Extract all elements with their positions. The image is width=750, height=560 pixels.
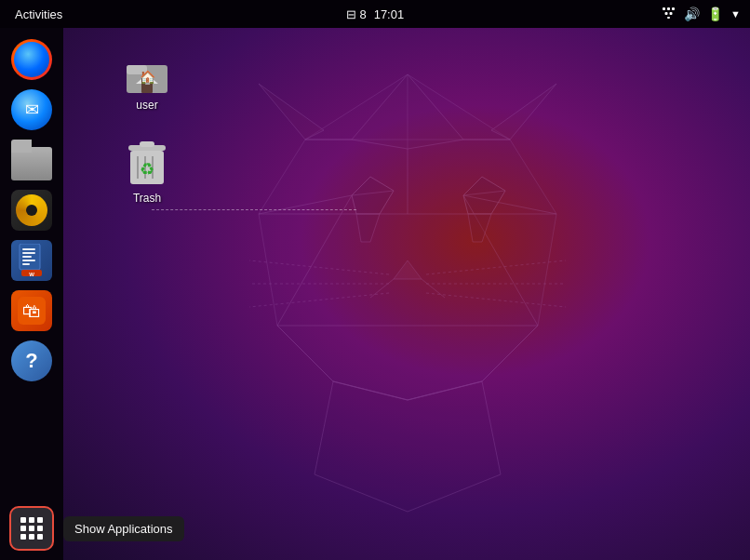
svg-marker-18: [259, 84, 324, 140]
rhythmbox-icon: [11, 190, 52, 231]
svg-rect-11: [22, 260, 35, 261]
svg-rect-0: [663, 7, 665, 10]
desktop-icon-user-home[interactable]: 🏠 user: [110, 47, 184, 115]
writer-icon: W: [11, 240, 52, 281]
activities-button[interactable]: Activities: [9, 7, 68, 21]
svg-marker-19: [491, 84, 556, 140]
svg-rect-5: [667, 17, 670, 19]
sound-icon[interactable]: 🔊: [684, 7, 700, 21]
svg-rect-12: [22, 263, 30, 265]
topbar-indicator: ⊟ 8: [346, 7, 367, 21]
dock-item-help[interactable]: ?: [9, 339, 54, 383]
svg-rect-10: [22, 256, 32, 258]
svg-rect-1: [667, 7, 670, 10]
appstore-icon: 🛍: [11, 290, 52, 331]
svg-rect-2: [672, 7, 675, 10]
dock-item-firefox[interactable]: [9, 37, 54, 82]
desktop-icon-trash[interactable]: ♻ Trash: [110, 140, 184, 208]
trash-folder-icon: ♻: [125, 143, 169, 188]
files-icon: [11, 140, 52, 180]
network-icon[interactable]: [662, 7, 676, 22]
svg-rect-3: [665, 12, 668, 15]
svg-rect-56: [140, 141, 154, 147]
dock: W 🛍 ?: [0, 28, 63, 560]
dock-item-writer[interactable]: W: [9, 238, 54, 283]
svg-rect-8: [22, 248, 35, 250]
topbar-right: 🔊 🔋 ▼: [662, 7, 741, 22]
show-applications-button[interactable]: [9, 506, 54, 551]
dock-item-thunderbird[interactable]: [9, 87, 54, 132]
battery-icon[interactable]: 🔋: [707, 7, 723, 21]
apps-grid-icon: [15, 512, 48, 545]
dock-item-rhythmbox[interactable]: [9, 188, 54, 233]
svg-text:♻: ♻: [140, 160, 154, 179]
system-menu-icon[interactable]: ▼: [730, 8, 741, 20]
topbar-left: Activities: [9, 7, 68, 21]
desktop: 🏠 user ♻ Trash: [63, 28, 750, 560]
topbar: Activities ⊟ 8 17:01 🔊 🔋 ▼: [0, 0, 750, 28]
svg-text:🏠: 🏠: [140, 70, 156, 86]
svg-rect-4: [670, 12, 673, 15]
firefox-icon: [11, 39, 52, 80]
home-folder-icon: 🏠: [125, 50, 169, 95]
svg-rect-9: [22, 252, 35, 254]
topbar-time: 17:01: [374, 7, 405, 21]
help-icon: ?: [11, 340, 52, 381]
dock-item-appstore[interactable]: 🛍: [9, 288, 54, 333]
topbar-center: ⊟ 8 17:01: [346, 7, 404, 21]
desktop-icon-user-home-label: user: [136, 99, 157, 112]
svg-text:🛍: 🛍: [22, 300, 41, 321]
thunderbird-icon: [11, 89, 52, 130]
desktop-icon-trash-label: Trash: [133, 192, 161, 205]
svg-marker-35: [315, 381, 501, 512]
dock-item-files[interactable]: [9, 138, 54, 182]
svg-text:W: W: [29, 272, 34, 277]
